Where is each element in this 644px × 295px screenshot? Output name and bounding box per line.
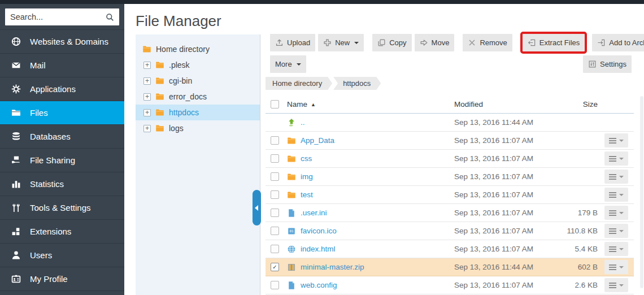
copy-button[interactable]: Copy <box>372 34 411 51</box>
button-label: New <box>335 38 350 47</box>
file-size: 110.8 KB <box>555 227 599 235</box>
sidebar-item-mail[interactable]: Mail <box>0 53 124 77</box>
row-checkbox[interactable] <box>271 136 279 145</box>
row-checkbox[interactable] <box>271 172 279 181</box>
select-all-checkbox[interactable] <box>271 100 279 109</box>
top-accent-bar <box>0 0 644 4</box>
sidebar-item-users[interactable]: Users <box>0 243 124 267</box>
sidebar-item-applications[interactable]: Applications <box>0 77 124 101</box>
sidebar-item-label: Tools & Settings <box>30 203 91 212</box>
folder-icon <box>155 60 164 70</box>
tree-item-logs[interactable]: +logs <box>136 120 260 136</box>
column-header-modified[interactable]: Modified <box>454 100 555 109</box>
move-button[interactable]: Move <box>415 34 455 51</box>
file-link[interactable]: img <box>301 172 313 181</box>
sidebar-item-databases[interactable]: Databases <box>0 124 124 148</box>
file-link[interactable]: css <box>301 154 312 163</box>
sidebar-item-label: File Sharing <box>30 155 75 165</box>
gear-icon <box>11 84 21 94</box>
caret-down-icon <box>619 266 624 268</box>
folder-icon <box>155 92 164 101</box>
file-link[interactable]: index.html <box>301 245 336 253</box>
table-row[interactable]: testSep 13, 2016 11:07 AM <box>266 186 634 204</box>
table-row[interactable]: ..Sep 13, 2016 11:44 AM <box>266 114 634 132</box>
file-size: 179 B <box>555 209 599 217</box>
extract-files-button[interactable]: Extract Files <box>523 34 585 51</box>
file-link[interactable]: web.config <box>301 281 337 289</box>
table-row[interactable]: App_DataSep 13, 2016 11:07 AM <box>266 132 634 150</box>
row-menu-button[interactable] <box>604 133 628 148</box>
row-menu-button[interactable] <box>604 170 628 184</box>
row-menu-button[interactable] <box>604 224 628 238</box>
tree-item-httpdocs[interactable]: +httpdocs <box>136 105 260 120</box>
row-menu-button[interactable] <box>604 188 628 202</box>
tree-item-error-docs[interactable]: +error_docs <box>136 89 260 105</box>
row-checkbox[interactable] <box>271 227 279 235</box>
tree-item-plesk[interactable]: +.plesk <box>136 57 260 73</box>
tree-item-home-directory[interactable]: Home directory <box>136 41 260 57</box>
table-row[interactable]: imgSep 13, 2016 11:07 AM <box>266 168 634 186</box>
table-row[interactable]: web.configSep 13, 2016 11:07 AM2.6 KB <box>266 276 634 294</box>
expand-plus-icon[interactable]: + <box>143 125 151 132</box>
tree-item-cgi-bin[interactable]: +cgi-bin <box>136 73 260 89</box>
sidebar-search <box>0 4 124 29</box>
row-menu-button[interactable] <box>604 260 628 274</box>
caret-down-icon <box>619 284 624 287</box>
more-button[interactable]: More <box>270 55 306 73</box>
row-checkbox[interactable] <box>271 190 279 199</box>
file-link[interactable]: .. <box>301 118 305 127</box>
file-link[interactable]: minimal-master.zip <box>301 263 364 271</box>
expand-plus-icon[interactable]: + <box>143 109 151 116</box>
row-checkbox[interactable]: ✓ <box>271 263 279 271</box>
table-row[interactable]: 01favicon.icoSep 13, 2016 11:07 AM110.8 … <box>266 222 634 240</box>
sidebar-item-file-sharing[interactable]: File Sharing <box>0 148 124 172</box>
settings-button[interactable]: Settings <box>583 55 632 73</box>
expand-plus-icon[interactable]: + <box>143 77 151 85</box>
file-link[interactable]: favicon.ico <box>301 227 337 235</box>
new-button[interactable]: New <box>318 34 364 51</box>
sidebar-item-tools-settings[interactable]: Tools & Settings <box>0 196 124 219</box>
column-header-size[interactable]: Size <box>555 100 599 109</box>
sidebar-item-statistics[interactable]: Statistics <box>0 172 124 196</box>
file-link[interactable]: test <box>301 190 313 199</box>
table-row[interactable]: index.htmlSep 13, 2016 11:07 AM5.4 KB <box>266 240 634 258</box>
add-to-archive-button[interactable]: Add to Archive <box>592 34 644 51</box>
table-row[interactable]: .user.iniSep 13, 2016 11:07 AM179 B <box>266 204 634 222</box>
upload-button[interactable]: Upload <box>270 34 315 51</box>
row-menu-button[interactable] <box>604 242 628 256</box>
caret-down-icon <box>619 194 624 196</box>
tree-item-label: cgi-bin <box>169 76 192 85</box>
sidebar-nav: Websites & DomainsMailApplicationsFilesD… <box>0 29 124 291</box>
button-label: Settings <box>600 60 626 68</box>
file-link[interactable]: App_Data <box>301 136 334 145</box>
file-modified: Sep 13, 2016 11:44 AM <box>454 118 555 127</box>
row-menu-button[interactable] <box>604 151 628 166</box>
row-checkbox[interactable] <box>271 209 279 217</box>
column-header-name[interactable]: Name ▲ <box>287 100 316 109</box>
button-label: Remove <box>480 38 507 47</box>
file-link[interactable]: .user.ini <box>301 209 327 217</box>
sidebar-item-websites-domains[interactable]: Websites & Domains <box>0 29 124 53</box>
breadcrumb-item-httpdocs[interactable]: httpdocs <box>333 77 381 90</box>
table-row[interactable]: cssSep 13, 2016 11:07 AM <box>266 150 634 168</box>
tree-collapse-handle[interactable] <box>253 190 261 225</box>
sidebar-item-label: Statistics <box>30 179 64 189</box>
file-modified: Sep 13, 2016 11:07 AM <box>454 281 555 289</box>
file-modified: Sep 13, 2016 11:07 AM <box>454 245 555 253</box>
search-input[interactable] <box>5 8 119 25</box>
remove-button[interactable]: Remove <box>463 34 512 51</box>
row-checkbox[interactable] <box>271 154 279 163</box>
expand-plus-icon[interactable]: + <box>143 93 151 101</box>
row-checkbox[interactable] <box>271 281 279 289</box>
sidebar-item-extensions[interactable]: Extensions <box>0 219 124 243</box>
row-menu-button[interactable] <box>604 206 628 220</box>
table-row[interactable]: ✓minimal-master.zipSep 13, 2016 11:44 AM… <box>266 258 634 276</box>
breadcrumb-item-home-directory[interactable]: Home directory <box>266 77 332 90</box>
scrollbar-track[interactable] <box>640 96 643 288</box>
expand-plus-icon[interactable]: + <box>143 62 151 69</box>
row-menu-button[interactable] <box>604 278 628 292</box>
row-checkbox[interactable] <box>271 245 279 253</box>
sidebar-item-files[interactable]: Files <box>0 101 124 124</box>
sidebar-item-my-profile[interactable]: My Profile <box>0 267 124 290</box>
search-icon[interactable] <box>106 13 114 21</box>
